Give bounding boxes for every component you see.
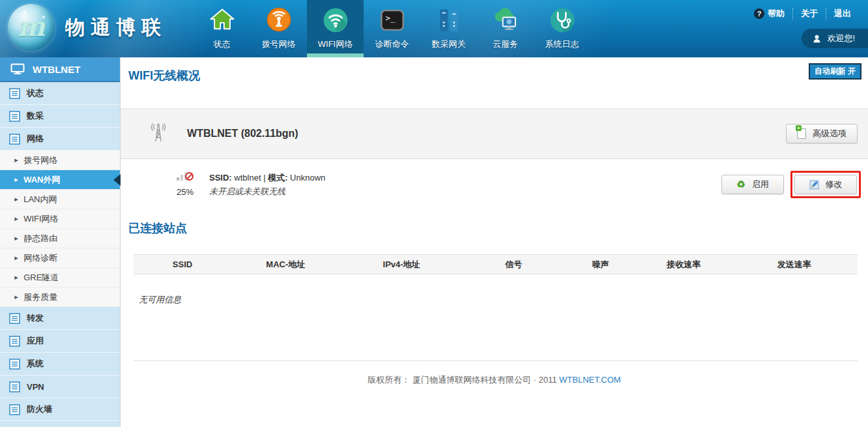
sidebar-item-vpn[interactable]: VPN xyxy=(0,375,120,398)
cloud-icon xyxy=(492,5,519,36)
signal-disabled-icon xyxy=(177,172,194,183)
sidebar-item-data-collect[interactable]: 数采 xyxy=(0,105,120,128)
tab-wifi-network[interactable]: WIFI网络 xyxy=(307,0,364,57)
empty-message: 无可用信息 xyxy=(139,294,868,306)
page-plus-icon xyxy=(797,128,806,139)
main-navigation: 状态 拨号网络 WIFI网络 >_ 诊断命令 数采网关 xyxy=(194,0,590,57)
wifi-info: SSID: wtblnet | 模式: Unknown 未开启或未关联无线 xyxy=(209,171,325,198)
antenna-icon xyxy=(147,120,170,147)
brand-logo: m ✦ ✦ 物通博联 xyxy=(8,4,167,51)
list-icon xyxy=(9,88,20,99)
about-link[interactable]: 关于 xyxy=(792,8,826,20)
wifi-status-row: 25% SSID: wtblnet | 模式: Unknown 未开启或未关联无… xyxy=(121,159,868,210)
gateway-icon xyxy=(435,5,463,36)
sidebar-item-network-diagnosis[interactable]: ▶ 网络诊断 xyxy=(0,248,120,268)
page-title: WIFI无线概况 xyxy=(121,57,868,83)
sparkle-icon: ✦ xyxy=(22,9,27,16)
caret-right-icon: ▶ xyxy=(14,294,18,299)
brand-name: 物通博联 xyxy=(65,14,167,41)
column-rx-rate: 接收速率 xyxy=(637,255,731,274)
sidebar-item-qos[interactable]: ▶ 服务质量 xyxy=(0,287,120,307)
wifi-device-title: WTBLNET (802.11bgn) xyxy=(187,128,298,140)
column-tx-rate: 发送速率 xyxy=(731,255,858,274)
device-name: WTBLNET xyxy=(33,64,80,75)
main-content: WIFI无线概况 自动刷新 开 WTBLNET (802.11bgn) 高级选项… xyxy=(121,57,868,427)
wifi-device-band: WTBLNET (802.11bgn) 高级选项 xyxy=(121,108,868,159)
caret-right-icon: ▶ xyxy=(14,157,18,162)
modify-button-highlight: 修改 xyxy=(790,171,861,198)
tab-cloud-service[interactable]: 云服务 xyxy=(477,0,534,57)
help-link[interactable]: ? 帮助 xyxy=(746,8,792,20)
sidebar-item-firewall[interactable]: 防火墙 xyxy=(0,398,120,421)
wtblnet-link[interactable]: WTBLNET.COM xyxy=(559,375,621,385)
home-icon xyxy=(209,5,236,36)
sidebar-item-application[interactable]: 应用 xyxy=(0,330,120,353)
caret-right-icon: ▶ xyxy=(14,216,18,221)
signal-percent: 25% xyxy=(170,187,200,197)
column-signal: 信号 xyxy=(463,255,564,274)
wifi-status-text: 未开启或未关联无线 xyxy=(209,184,325,198)
column-ipv4: IPv4-地址 xyxy=(340,255,463,274)
enable-button[interactable]: ♻ 启用 xyxy=(721,175,784,194)
refresh-icon: ♻ xyxy=(736,179,745,190)
wifi-icon xyxy=(322,5,349,36)
footer: 版权所有： 厦门物通博联网络科技有限公司 · 2011 WTBLNET.COM xyxy=(121,361,868,386)
sidebar-item-status[interactable]: 状态 xyxy=(0,82,120,105)
monitor-icon xyxy=(10,63,25,75)
sidebar-item-gre-tunnel[interactable]: ▶ GRE隧道 xyxy=(0,268,120,287)
caret-right-icon: ▶ xyxy=(14,274,18,280)
header-links: ? 帮助 关于 退出 xyxy=(746,8,859,20)
svg-text:>_: >_ xyxy=(385,14,395,23)
dial-icon xyxy=(265,5,293,36)
sidebar-item-system[interactable]: 系统 xyxy=(0,353,120,375)
sidebar-item-dial-network[interactable]: ▶ 拨号网络 xyxy=(0,151,120,170)
tab-diagnostic-command[interactable]: >_ 诊断命令 xyxy=(364,0,420,57)
list-icon xyxy=(9,134,20,145)
list-icon xyxy=(9,381,20,392)
logout-link[interactable]: 退出 xyxy=(826,8,859,20)
logs-icon xyxy=(549,5,576,36)
sidebar-item-forward[interactable]: 转发 xyxy=(0,307,120,330)
tab-status[interactable]: 状态 xyxy=(194,0,250,57)
caret-right-icon: ▶ xyxy=(14,255,18,260)
advanced-options-button[interactable]: 高级选项 xyxy=(786,124,858,143)
connected-stations-title: 已连接站点 xyxy=(128,220,868,236)
edit-icon xyxy=(809,180,819,190)
welcome-badge[interactable]: 欢迎您! xyxy=(802,29,868,48)
caret-right-icon: ▶ xyxy=(14,235,18,241)
column-noise: 噪声 xyxy=(564,255,637,274)
auto-refresh-toggle[interactable]: 自动刷新 开 xyxy=(809,63,861,80)
tab-dial-network[interactable]: 拨号网络 xyxy=(250,0,307,57)
list-icon xyxy=(9,404,20,415)
caret-right-icon: ▶ xyxy=(14,177,18,182)
sidebar: WTBLNET 状态 数采 网络 ▶ 拨号网络 ▶ WAN外网 ▶ LAN内网 … xyxy=(0,57,121,427)
terminal-icon: >_ xyxy=(379,5,406,36)
top-header: m ✦ ✦ 物通博联 状态 拨号网络 WIFI网络 >_ xyxy=(0,0,868,57)
signal-block: 25% xyxy=(170,172,200,197)
copyright-text: 版权所有： 厦门物通博联网络科技有限公司 · 2011 xyxy=(368,375,557,385)
list-icon xyxy=(9,313,20,324)
connected-stations-table: SSID MAC-地址 IPv4-地址 信号 噪声 接收速率 发送速率 xyxy=(134,254,858,274)
sidebar-item-wifi-network[interactable]: ▶ WIFI网络 xyxy=(0,209,120,229)
sidebar-item-network[interactable]: 网络 xyxy=(0,128,120,151)
list-icon xyxy=(9,336,20,347)
list-icon xyxy=(9,359,20,370)
column-mac: MAC-地址 xyxy=(231,255,340,274)
table-header-row: SSID MAC-地址 IPv4-地址 信号 噪声 接收速率 发送速率 xyxy=(134,255,858,274)
globe-logo-icon: m ✦ ✦ xyxy=(8,4,55,51)
sparkle-icon: ✦ xyxy=(41,14,46,20)
user-icon xyxy=(812,34,822,44)
caret-right-icon: ▶ xyxy=(14,196,18,201)
sidebar-item-wan[interactable]: ▶ WAN外网 xyxy=(0,170,120,190)
tab-system-log[interactable]: 系统日志 xyxy=(534,0,590,57)
tab-data-gateway[interactable]: 数采网关 xyxy=(420,0,477,57)
sidebar-item-lan[interactable]: ▶ LAN内网 xyxy=(0,190,120,209)
column-ssid: SSID xyxy=(134,255,231,274)
modify-button[interactable]: 修改 xyxy=(794,175,857,194)
question-icon: ? xyxy=(754,8,764,19)
ssid-line: SSID: wtblnet | 模式: Unknown xyxy=(209,171,325,184)
list-icon xyxy=(9,111,20,122)
sidebar-device-header: WTBLNET xyxy=(0,57,120,82)
sidebar-item-static-route[interactable]: ▶ 静态路由 xyxy=(0,229,120,248)
